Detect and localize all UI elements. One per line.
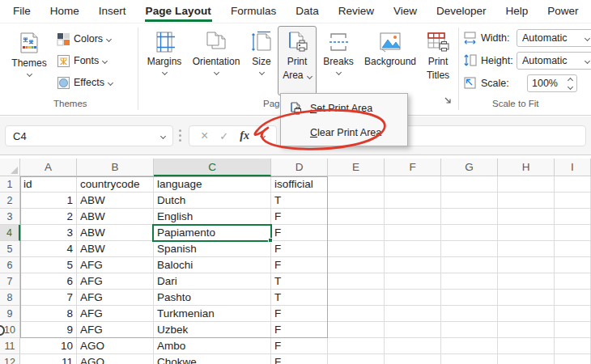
tab-developer[interactable]: Developer [427,0,496,23]
cell-D10[interactable]: F [271,322,328,338]
tab-file[interactable]: File [3,0,40,23]
cell[interactable] [328,193,385,209]
name-box[interactable]: C4 [5,125,173,146]
cell-B12[interactable]: AGO [77,354,154,364]
cell-D11[interactable]: F [271,338,328,354]
cell-B9[interactable]: AFG [77,306,154,322]
row-header-9[interactable]: 9 [0,306,20,322]
cell-A6[interactable]: 5 [20,257,77,273]
cell-B6[interactable]: AFG [77,257,154,273]
cell-D12[interactable]: F [271,354,328,364]
cell[interactable] [385,241,441,257]
cell[interactable] [498,241,555,257]
cell-A11[interactable]: 10 [20,338,77,354]
cell-C7[interactable]: Dari [154,273,271,290]
cell-B7[interactable]: AFG [77,273,154,290]
colors-button[interactable]: Colors [57,29,111,49]
cell-D5[interactable]: F [271,241,328,257]
tab-insert[interactable]: Insert [89,0,136,23]
cell[interactable] [555,338,591,354]
cell[interactable] [555,290,591,306]
column-header-A[interactable]: A [20,159,77,176]
cell[interactable] [385,193,441,209]
cell-B11[interactable]: AGO [77,338,154,354]
width-dropdown[interactable]: Automatic [517,29,591,47]
insert-function-button[interactable]: fx [240,129,249,142]
cell[interactable] [555,273,591,290]
cell[interactable] [441,241,498,257]
cell[interactable] [385,257,441,273]
size-button[interactable]: Size [244,26,278,95]
breaks-button[interactable]: Breaks [319,26,358,95]
cell[interactable] [385,209,441,225]
cell[interactable] [498,176,555,193]
cell[interactable] [441,273,498,290]
cell-D1[interactable]: isofficial [271,176,328,193]
tab-power[interactable]: Power [538,0,588,23]
column-header-G[interactable]: G [441,159,498,176]
cell[interactable] [441,257,498,273]
cell[interactable] [328,354,385,364]
cell-A3[interactable]: 2 [20,209,77,225]
cell-A9[interactable]: 8 [20,306,77,322]
cell[interactable] [441,176,498,193]
row-header-10[interactable]: 10 [0,322,20,338]
cell-B10[interactable]: AFG [77,322,154,338]
cell[interactable] [555,322,591,338]
tab-view[interactable]: View [384,0,427,23]
cell[interactable] [555,306,591,322]
cell-A1[interactable]: id [20,176,77,193]
cell[interactable] [555,354,591,364]
cell-C11[interactable]: Ambo [154,338,271,354]
cell[interactable] [555,193,591,209]
row-header-3[interactable]: 3 [0,209,20,225]
cell-C6[interactable]: Balochi [154,257,271,273]
cell[interactable] [441,209,498,225]
cell-A2[interactable]: 1 [20,193,77,209]
row-header-2[interactable]: 2 [0,193,20,209]
cell[interactable] [555,241,591,257]
tab-home[interactable]: Home [40,0,89,23]
tab-review[interactable]: Review [329,0,384,23]
effects-button[interactable]: Effects [57,73,113,92]
orientation-button[interactable]: Orientation [189,26,244,95]
cell[interactable] [441,306,498,322]
enter-button[interactable]: ✓ [219,130,228,142]
tab-formulas[interactable]: Formulas [221,0,286,23]
cell[interactable] [441,193,498,209]
cell[interactable] [498,290,555,306]
cell-D7[interactable]: T [271,273,328,290]
cell[interactable] [328,257,385,273]
row-header-12[interactable]: 12 [0,354,20,364]
cell[interactable] [385,225,441,241]
cell-A4[interactable]: 3 [20,225,77,241]
cell-C8[interactable]: Pashto [154,290,271,306]
cell-C1[interactable]: language [154,176,271,193]
cell-C9[interactable]: Turkmenian [154,306,271,322]
cell-D9[interactable]: F [271,306,328,322]
cell[interactable] [328,322,385,338]
cell-A12[interactable]: 11 [20,354,77,364]
cell[interactable] [328,176,385,193]
chevron-down-icon[interactable] [260,133,266,138]
cell-B8[interactable]: AFG [77,290,154,306]
row-header-8[interactable]: 8 [0,290,20,306]
cell[interactable] [385,354,441,364]
column-header-B[interactable]: B [77,159,154,176]
select-all-corner[interactable] [0,159,20,176]
cell-B3[interactable]: ABW [77,209,154,225]
tab-help[interactable]: Help [496,0,538,23]
cell[interactable] [385,176,441,193]
cell-A8[interactable]: 7 [20,290,77,306]
row-header-6[interactable]: 6 [0,257,20,273]
cell[interactable] [328,338,385,354]
cell-D4[interactable]: F [271,225,328,241]
cell[interactable] [441,354,498,364]
cell[interactable] [441,322,498,338]
cell-B2[interactable]: ABW [77,193,154,209]
row-header-11[interactable]: 11 [0,338,20,354]
scale-spinner[interactable]: 100% [527,74,577,92]
cell-B5[interactable]: ABW [77,241,154,257]
background-button[interactable]: Background [359,26,422,95]
cell-B1[interactable]: countrycode [77,176,154,193]
